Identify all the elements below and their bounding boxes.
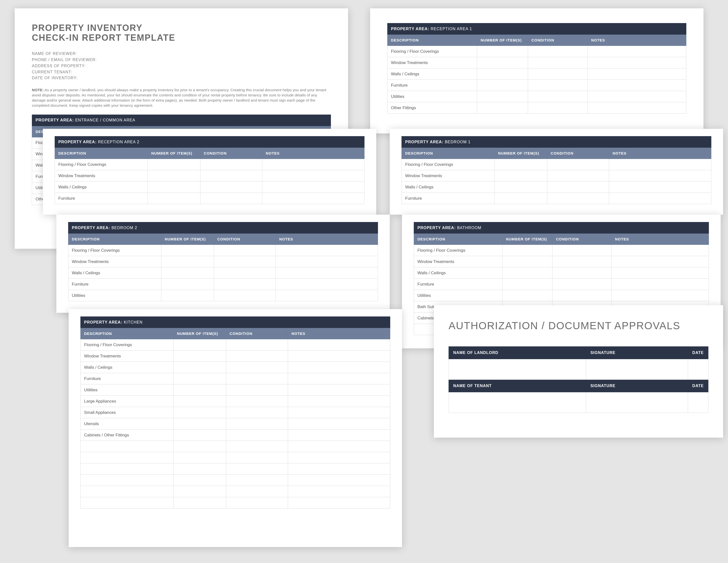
sig-row-landlord[interactable] [449, 359, 708, 380]
table-row[interactable]: Walls / Ceilings [414, 267, 709, 279]
table-row[interactable]: Window Treatments [388, 57, 686, 68]
meta-reviewer-name: NAME OF REVIEWER: [32, 51, 331, 57]
col-number: NUMBER OF ITEM(S) [494, 148, 547, 159]
meta-block: NAME OF REVIEWER: PHONE / EMAIL OF REVIE… [32, 51, 331, 81]
table-row[interactable]: Utensils [81, 418, 390, 430]
table-row[interactable] [81, 441, 390, 452]
col-condition: CONDITION [552, 233, 612, 245]
cell-description: Small Appliances [81, 407, 174, 418]
table-row[interactable] [81, 475, 390, 486]
doc-title-line2: CHECK-IN REPORT TEMPLATE [32, 33, 331, 43]
table-row[interactable]: Large Appliances [81, 396, 390, 407]
cell-description: Window Treatments [55, 170, 148, 181]
col-number: NUMBER OF ITEM(S) [477, 35, 528, 46]
sig-hdr-date: DATE [688, 347, 708, 359]
table-row[interactable] [81, 452, 390, 463]
table-row[interactable]: Small Appliances [81, 407, 390, 418]
table-row[interactable]: Walls / Ceilings [402, 181, 711, 193]
signature-table: NAME OF LANDLORD SIGNATURE DATE NAME OF … [449, 347, 708, 413]
table-row[interactable]: Utilities [388, 91, 686, 102]
sig-hdr-tenant: NAME OF TENANT [449, 380, 586, 392]
table-row[interactable]: Window Treatments [414, 256, 709, 267]
table-row[interactable]: Flooring / Floor Coverings [414, 245, 709, 256]
table-row[interactable]: Furniture [388, 80, 686, 91]
sig-hdr-signature2: SIGNATURE [586, 380, 688, 392]
table-row[interactable]: Furniture [81, 373, 390, 385]
page-reception2: PROPERTY AREA: RECEPTION AREA 2DESCRIPTI… [43, 129, 376, 215]
table-row[interactable]: Walls / Ceilings [68, 267, 378, 279]
cell-description: Utilities [68, 290, 161, 301]
cell-description: Flooring / Floor Coverings [55, 159, 148, 170]
cell-description: Walls / Ceilings [68, 267, 161, 279]
table-row[interactable]: Window Treatments [55, 170, 364, 181]
table-row[interactable]: Utilities [81, 385, 390, 396]
page-authorization: AUTHORIZATION / DOCUMENT APPROVALS NAME … [434, 305, 723, 438]
table-row[interactable]: Other Fittings [388, 102, 686, 114]
meta-date: DATE OF INVENTORY: [32, 75, 331, 81]
table-bedroom1: PROPERTY AREA: BEDROOM 1DESCRIPTIONNUMBE… [402, 136, 711, 204]
table-row[interactable]: Furniture [402, 193, 711, 204]
table-row[interactable]: Walls / Ceilings [388, 68, 686, 80]
cell-description: Window Treatments [388, 57, 477, 68]
table-reception1: PROPERTY AREA: RECEPTION AREA 1DESCRIPTI… [387, 23, 686, 114]
table-row[interactable]: Window Treatments [402, 170, 711, 181]
table-row[interactable]: Flooring / Floor Coverings [81, 339, 390, 351]
col-description: DESCRIPTION [414, 233, 502, 245]
cell-description: Large Appliances [81, 396, 174, 407]
page-kitchen: PROPERTY AREA: KITCHENDESCRIPTIONNUMBER … [69, 309, 402, 547]
area-header: PROPERTY AREA: RECEPTION AREA 1 [388, 23, 686, 35]
table-row[interactable]: Furniture [414, 279, 709, 290]
table-reception2: PROPERTY AREA: RECEPTION AREA 2DESCRIPTI… [55, 136, 364, 204]
area-header: PROPERTY AREA: ENTRANCE / COMMON AREA [32, 114, 331, 126]
table-row[interactable]: Flooring / Floor Coverings [55, 159, 364, 170]
table-row[interactable]: Furniture [55, 193, 364, 204]
area-header: PROPERTY AREA: BEDROOM 2 [68, 222, 378, 233]
cell-description: Other Fittings [388, 102, 477, 114]
col-number: NUMBER OF ITEM(S) [148, 148, 200, 159]
table-row[interactable]: Window Treatments [81, 351, 390, 362]
col-number: NUMBER OF ITEM(S) [161, 233, 214, 245]
sig-row-tenant[interactable] [449, 392, 708, 413]
table-row[interactable]: Utilities [414, 290, 709, 301]
cell-description: Furniture [414, 279, 502, 290]
col-notes: NOTES [288, 328, 390, 339]
meta-address: ADDRESS OF PROPERTY: [32, 63, 331, 69]
cell-description: Walls / Ceilings [388, 68, 477, 80]
table-row[interactable]: Walls / Ceilings [55, 181, 364, 193]
table-row[interactable]: Furniture [68, 279, 378, 290]
table-row[interactable] [81, 463, 390, 475]
cell-description: Utilities [388, 91, 477, 102]
table-row[interactable] [81, 486, 390, 497]
table-row[interactable]: Walls / Ceilings [81, 362, 390, 373]
cell-description: Walls / Ceilings [414, 267, 502, 279]
table-row[interactable]: Flooring / Floor Coverings [68, 245, 378, 256]
col-description: DESCRIPTION [402, 148, 495, 159]
table-row[interactable]: Window Treatments [68, 256, 378, 267]
cell-description: Furniture [402, 193, 495, 204]
page-reception1: PROPERTY AREA: RECEPTION AREA 1DESCRIPTI… [370, 8, 703, 133]
meta-tenant: CURRENT TENANT: [32, 69, 331, 75]
cell-description: Utilities [414, 290, 502, 301]
cell-description: Window Treatments [414, 256, 502, 267]
table-bedroom2: PROPERTY AREA: BEDROOM 2DESCRIPTIONNUMBE… [68, 222, 378, 301]
table-row[interactable]: Flooring / Floor Coverings [388, 46, 686, 57]
col-condition: CONDITION [547, 148, 609, 159]
cell-description: Flooring / Floor Coverings [414, 245, 502, 256]
cell-description: Furniture [81, 373, 174, 385]
sig-hdr-signature: SIGNATURE [586, 347, 688, 359]
cell-description: Walls / Ceilings [402, 181, 495, 193]
table-row[interactable]: Cabinets / Other Fittings [81, 430, 390, 441]
table-row[interactable]: Flooring / Floor Coverings [402, 159, 711, 170]
cell-description: Furniture [68, 279, 161, 290]
note-block: NOTE: As a property owner / landlord, yo… [32, 88, 331, 108]
cell-description: Flooring / Floor Coverings [81, 339, 174, 351]
cell-description: Furniture [55, 193, 148, 204]
note-text: As a property owner / landlord, you shou… [32, 88, 326, 107]
table-row[interactable] [81, 497, 390, 509]
col-number: NUMBER OF ITEM(S) [173, 328, 226, 339]
table-row[interactable]: Utilities [68, 290, 378, 301]
area-header: PROPERTY AREA: BATHROOM [414, 222, 709, 233]
area-header: PROPERTY AREA: RECEPTION AREA 2 [55, 136, 364, 148]
auth-title: AUTHORIZATION / DOCUMENT APPROVALS [449, 320, 708, 332]
col-number: NUMBER OF ITEM(S) [502, 233, 552, 245]
